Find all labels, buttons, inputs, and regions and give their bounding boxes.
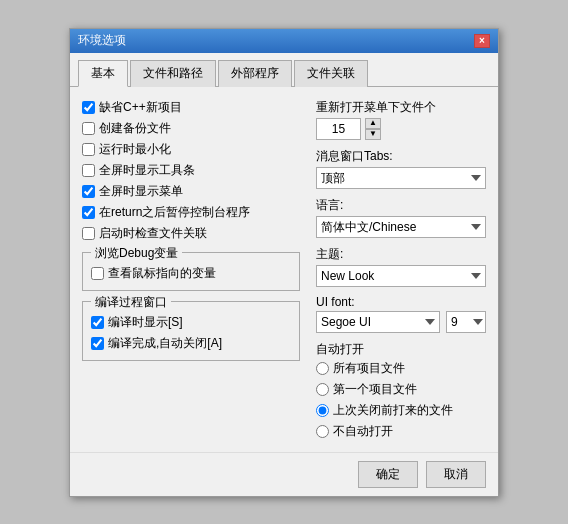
reopen-section: 重新打开菜单下文件个 ▲ ▼ <box>316 99 486 140</box>
font-row: Segoe UI Arial Consolas 9 10 11 12 <box>316 311 486 333</box>
checkbox-check-file-assoc-label: 启动时检查文件关联 <box>99 225 207 242</box>
reopen-input-row: ▲ ▼ <box>316 118 486 140</box>
ui-font-section: UI font: Segoe UI Arial Consolas 9 10 11… <box>316 295 486 333</box>
font-size-select[interactable]: 9 10 11 12 <box>446 311 486 333</box>
reopen-spin-down[interactable]: ▼ <box>365 129 381 140</box>
checkbox-fullscreen-menu: 全屏时显示菜单 <box>82 183 300 200</box>
checkbox-cpp-new-project-label: 缺省C++新项目 <box>99 99 182 116</box>
checkbox-fullscreen-menu-label: 全屏时显示菜单 <box>99 183 183 200</box>
language-section: 语言: 简体中文/Chinese English 繁體中文 <box>316 197 486 238</box>
dialog: 环境选项 × 基本 文件和路径 外部程序 文件关联 缺省C++新项目 创建备份文… <box>69 28 499 497</box>
checkbox-show-compile-label: 编译时显示[S] <box>108 314 183 331</box>
message-tabs-label: 消息窗口Tabs: <box>316 148 486 165</box>
ui-font-label: UI font: <box>316 295 486 309</box>
reopen-label: 重新打开菜单下文件个 <box>316 99 486 116</box>
tab-files-paths[interactable]: 文件和路径 <box>130 60 216 87</box>
radio-all-project-files-label: 所有项目文件 <box>333 360 405 377</box>
radio-first-project-file-input[interactable] <box>316 383 329 396</box>
tab-external-programs[interactable]: 外部程序 <box>218 60 292 87</box>
checkbox-create-backup-label: 创建备份文件 <box>99 120 171 137</box>
checkbox-check-file-assoc: 启动时检查文件关联 <box>82 225 300 242</box>
checkbox-create-backup-input[interactable] <box>82 122 95 135</box>
content-area: 缺省C++新项目 创建备份文件 运行时最小化 全屏时显示工具条 全屏时显示菜单 … <box>70 87 498 452</box>
theme-section: 主题: New Look Classic <box>316 246 486 287</box>
radio-no-auto-open-input[interactable] <box>316 425 329 438</box>
auto-open-section: 自动打开 所有项目文件 第一个项目文件 上次关闭前打来的文件 <box>316 341 486 440</box>
checkbox-cpp-new-project-input[interactable] <box>82 101 95 114</box>
dialog-title: 环境选项 <box>78 32 126 49</box>
debug-group-title: 浏览Debug变量 <box>91 245 182 262</box>
title-bar: 环境选项 × <box>70 29 498 53</box>
checkbox-create-backup: 创建备份文件 <box>82 120 300 137</box>
tabs-bar: 基本 文件和路径 外部程序 文件关联 <box>70 53 498 87</box>
checkbox-pause-after-return: 在return之后暂停控制台程序 <box>82 204 300 221</box>
font-select[interactable]: Segoe UI Arial Consolas <box>316 311 440 333</box>
checkbox-show-compile-input[interactable] <box>91 316 104 329</box>
radio-all-project-files-input[interactable] <box>316 362 329 375</box>
radio-last-closed-files: 上次关闭前打来的文件 <box>316 402 486 419</box>
checkbox-fullscreen-toolbar-input[interactable] <box>82 164 95 177</box>
radio-last-closed-files-input[interactable] <box>316 404 329 417</box>
language-label: 语言: <box>316 197 486 214</box>
checkbox-auto-close-compile: 编译完成,自动关闭[A] <box>91 335 291 352</box>
radio-no-auto-open: 不自动打开 <box>316 423 486 440</box>
radio-last-closed-files-label: 上次关闭前打来的文件 <box>333 402 453 419</box>
bottom-bar: 确定 取消 <box>70 452 498 496</box>
checkbox-auto-close-compile-label: 编译完成,自动关闭[A] <box>108 335 222 352</box>
compiler-group: 编译过程窗口 编译时显示[S] 编译完成,自动关闭[A] <box>82 301 300 361</box>
checkbox-fullscreen-toolbar-label: 全屏时显示工具条 <box>99 162 195 179</box>
auto-open-radio-group: 所有项目文件 第一个项目文件 上次关闭前打来的文件 不自动打开 <box>316 360 486 440</box>
debug-group: 浏览Debug变量 查看鼠标指向的变量 <box>82 252 300 291</box>
checkbox-show-compile: 编译时显示[S] <box>91 314 291 331</box>
checkbox-watch-mouse-var-label: 查看鼠标指向的变量 <box>108 265 216 282</box>
checkbox-fullscreen-toolbar: 全屏时显示工具条 <box>82 162 300 179</box>
debug-group-content: 查看鼠标指向的变量 <box>91 265 291 282</box>
radio-first-project-file-label: 第一个项目文件 <box>333 381 417 398</box>
message-tabs-section: 消息窗口Tabs: 顶部 底部 左边 右边 <box>316 148 486 189</box>
checkbox-auto-close-compile-input[interactable] <box>91 337 104 350</box>
checkbox-fullscreen-menu-input[interactable] <box>82 185 95 198</box>
tab-basic[interactable]: 基本 <box>78 60 128 87</box>
checkbox-minimize-run-input[interactable] <box>82 143 95 156</box>
compiler-group-content: 编译时显示[S] 编译完成,自动关闭[A] <box>91 314 291 352</box>
checkbox-minimize-run: 运行时最小化 <box>82 141 300 158</box>
left-column: 缺省C++新项目 创建备份文件 运行时最小化 全屏时显示工具条 全屏时显示菜单 … <box>82 99 300 440</box>
close-button[interactable]: × <box>474 34 490 48</box>
radio-no-auto-open-label: 不自动打开 <box>333 423 393 440</box>
radio-all-project-files: 所有项目文件 <box>316 360 486 377</box>
checkbox-minimize-run-label: 运行时最小化 <box>99 141 171 158</box>
language-select[interactable]: 简体中文/Chinese English 繁體中文 <box>316 216 486 238</box>
right-column: 重新打开菜单下文件个 ▲ ▼ 消息窗口Tabs: 顶部 底部 左边 右边 <box>316 99 486 440</box>
reopen-spin-up[interactable]: ▲ <box>365 118 381 129</box>
compiler-group-title: 编译过程窗口 <box>91 294 171 311</box>
tab-file-associations[interactable]: 文件关联 <box>294 60 368 87</box>
checkbox-watch-mouse-var-input[interactable] <box>91 267 104 280</box>
theme-select[interactable]: New Look Classic <box>316 265 486 287</box>
reopen-input[interactable] <box>316 118 361 140</box>
message-tabs-select[interactable]: 顶部 底部 左边 右边 <box>316 167 486 189</box>
checkbox-pause-after-return-label: 在return之后暂停控制台程序 <box>99 204 250 221</box>
radio-first-project-file: 第一个项目文件 <box>316 381 486 398</box>
checkbox-cpp-new-project: 缺省C++新项目 <box>82 99 300 116</box>
checkbox-pause-after-return-input[interactable] <box>82 206 95 219</box>
cancel-button[interactable]: 取消 <box>426 461 486 488</box>
theme-label: 主题: <box>316 246 486 263</box>
reopen-spin-buttons: ▲ ▼ <box>365 118 381 140</box>
auto-open-label: 自动打开 <box>316 341 486 358</box>
checkbox-check-file-assoc-input[interactable] <box>82 227 95 240</box>
confirm-button[interactable]: 确定 <box>358 461 418 488</box>
checkbox-watch-mouse-var: 查看鼠标指向的变量 <box>91 265 291 282</box>
